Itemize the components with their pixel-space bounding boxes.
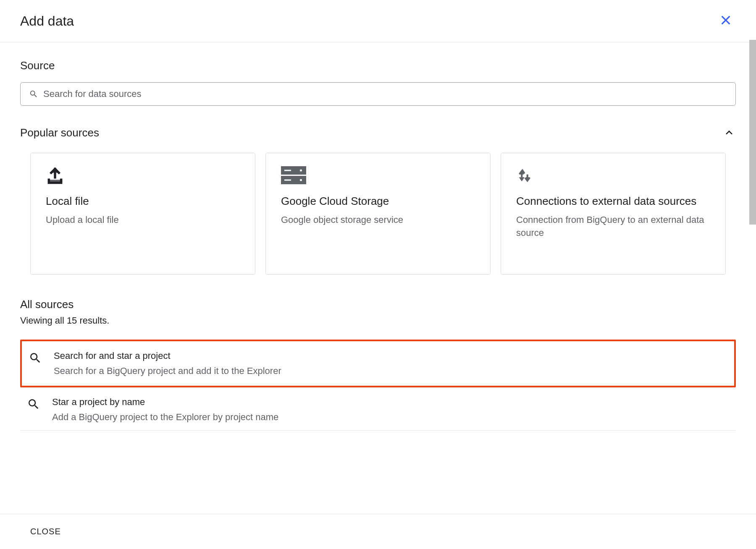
list-item-subtitle: Search for a BigQuery project and add it… bbox=[54, 366, 727, 376]
source-card-external-connections[interactable]: Connections to external data sources Con… bbox=[501, 153, 726, 274]
scrollbar[interactable] bbox=[749, 40, 756, 225]
popular-sources-cards: Local file Upload a local file Google Cl… bbox=[20, 153, 736, 274]
upload-icon bbox=[46, 167, 71, 185]
search-icon bbox=[29, 351, 42, 365]
list-item-title: Star a project by name bbox=[52, 397, 729, 408]
dialog-title: Add data bbox=[20, 13, 74, 29]
popular-sources-header[interactable]: Popular sources bbox=[20, 126, 736, 139]
card-title: Connections to external data sources bbox=[516, 194, 710, 209]
card-title: Google Cloud Storage bbox=[281, 194, 475, 209]
source-card-local-file[interactable]: Local file Upload a local file bbox=[30, 153, 255, 274]
list-item-subtitle: Add a BigQuery project to the Explorer b… bbox=[52, 412, 729, 423]
all-sources-heading: All sources bbox=[20, 298, 736, 311]
card-subtitle: Google object storage service bbox=[281, 214, 475, 227]
card-subtitle: Upload a local file bbox=[46, 214, 240, 227]
close-icon[interactable] bbox=[716, 10, 736, 32]
connection-icon bbox=[516, 167, 541, 185]
source-card-gcs[interactable]: Google Cloud Storage Google object stora… bbox=[265, 153, 491, 274]
dialog-content: Source Popular sources Local file Upload… bbox=[0, 42, 756, 504]
storage-icon bbox=[281, 167, 306, 185]
source-list-item-star-by-name[interactable]: Star a project by name Add a BigQuery pr… bbox=[20, 389, 736, 431]
dialog-header: Add data bbox=[0, 0, 756, 42]
source-search-box[interactable] bbox=[20, 82, 736, 106]
search-icon bbox=[29, 89, 38, 99]
card-title: Local file bbox=[46, 194, 240, 209]
card-subtitle: Connection from BigQuery to an external … bbox=[516, 214, 710, 240]
search-icon bbox=[27, 397, 40, 411]
source-list-item-search-star-project[interactable]: Search for and star a project Search for… bbox=[20, 340, 736, 387]
chevron-up-icon bbox=[722, 126, 736, 139]
source-search-input[interactable] bbox=[43, 89, 727, 99]
list-item-content: Star a project by name Add a BigQuery pr… bbox=[52, 397, 729, 423]
list-item-content: Search for and star a project Search for… bbox=[54, 350, 727, 376]
list-item-title: Search for and star a project bbox=[54, 350, 727, 361]
results-count: Viewing all 15 results. bbox=[20, 315, 736, 326]
dialog-footer: CLOSE bbox=[0, 514, 756, 549]
popular-sources-title: Popular sources bbox=[20, 126, 99, 139]
close-button[interactable]: CLOSE bbox=[30, 527, 61, 536]
source-label: Source bbox=[20, 59, 736, 72]
